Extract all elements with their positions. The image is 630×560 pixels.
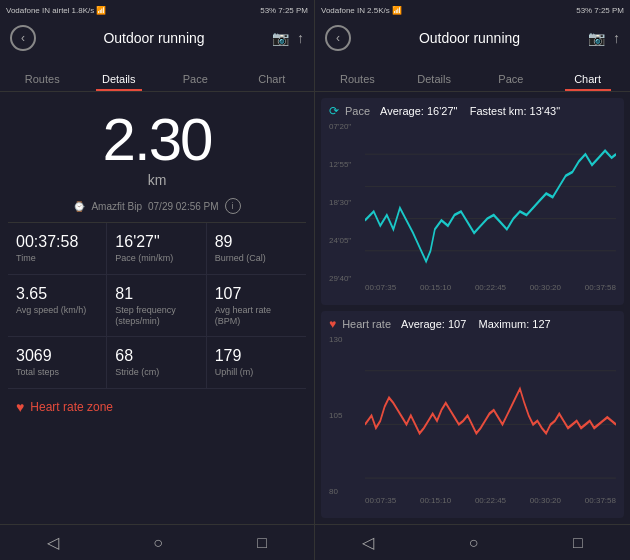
right-status-right: 53% 7:25 PM (576, 6, 624, 15)
stat-pace: 16'27" Pace (min/km) (107, 223, 206, 275)
speed-left: 1.8K/s (72, 6, 95, 15)
hr-chart-stats: Average: 107 Maximum: 127 (401, 318, 551, 330)
stat-total-steps-value: 3069 (16, 347, 98, 365)
tab-details-right[interactable]: Details (396, 65, 473, 91)
device-info: ⌚ Amazfit Bip 07/29 02:56 PM i (8, 198, 306, 214)
hr-x-2: 00:15:10 (420, 496, 451, 512)
right-bottom-nav: ◁ ○ □ (315, 524, 630, 560)
nav-home-left[interactable]: ○ (137, 530, 179, 556)
nav-recent-left[interactable]: □ (241, 530, 283, 556)
tab-pace-left[interactable]: Pace (157, 65, 234, 91)
stat-total-steps: 3069 Total steps (8, 337, 107, 389)
back-button-left[interactable]: ‹ (10, 25, 36, 51)
device-name: Amazfit Bip (91, 201, 142, 212)
pace-chart-svg (365, 122, 616, 283)
hr-x-1: 00:07:35 (365, 496, 396, 512)
stats-grid: 00:37:58 Time 16'27" Pace (min/km) 89 Bu… (8, 222, 306, 389)
battery-left: 53% (260, 6, 276, 15)
stat-stride: 68 Stride (cm) (107, 337, 206, 389)
pace-x-3: 00:22:45 (475, 283, 506, 299)
hr-chart-area: 130 105 80 00:07:35 00:1 (329, 335, 616, 512)
hr-icon: ♥ (329, 317, 336, 331)
pace-y-1: 07'20" (329, 122, 365, 131)
back-button-right[interactable]: ‹ (325, 25, 351, 51)
stat-pace-label: Pace (min/km) (115, 253, 197, 264)
camera-icon-right[interactable]: 📷 (588, 30, 605, 46)
tab-routes-right[interactable]: Routes (319, 65, 396, 91)
stat-burned-value: 89 (215, 233, 298, 251)
right-header-icons: 📷 ↑ (588, 30, 620, 46)
heart-zone[interactable]: ♥ Heart rate zone (8, 389, 306, 425)
speed-right: 2.5K/s (367, 6, 390, 15)
right-tabs: Routes Details Pace Chart (315, 56, 630, 92)
stat-step-freq-value: 81 (115, 285, 197, 303)
pace-chart-avg: Average: 16'27" Fastest km: 13'43" (380, 105, 560, 117)
tab-routes-left[interactable]: Routes (4, 65, 81, 91)
left-header: ‹ Outdoor running 📷 ↑ (0, 20, 314, 56)
share-icon-left[interactable]: ↑ (297, 30, 304, 46)
pace-chart-section: ⟳ Pace Average: 16'27" Fastest km: 13'43… (321, 98, 624, 305)
pace-x-1: 00:07:35 (365, 283, 396, 299)
hr-chart-header: ♥ Heart rate Average: 107 Maximum: 127 (329, 317, 616, 331)
left-tabs: Routes Details Pace Chart (0, 56, 314, 92)
pace-chart-title: Pace (345, 105, 370, 117)
hr-x-4: 00:30:20 (530, 496, 561, 512)
stat-time-label: Time (16, 253, 98, 264)
hr-x-3: 00:22:45 (475, 496, 506, 512)
hr-chart-title: Heart rate (342, 318, 391, 330)
tab-chart-left[interactable]: Chart (234, 65, 311, 91)
left-header-icons: 📷 ↑ (272, 30, 304, 46)
watch-icon: ⌚ (73, 201, 85, 212)
right-panel: Vodafone IN 2.5K/s 📶 53% 7:25 PM ‹ Outdo… (315, 0, 630, 560)
pace-y-2: 12'55" (329, 160, 365, 169)
pace-y-5: 29'40" (329, 274, 365, 283)
pace-x-labels: 00:07:35 00:15:10 00:22:45 00:30:20 00:3… (365, 283, 616, 299)
pace-icon: ⟳ (329, 104, 339, 118)
carrier-right: Vodafone IN (321, 6, 365, 15)
stat-uphill-value: 179 (215, 347, 298, 365)
status-right-left: 53% 7:25 PM (260, 6, 308, 15)
right-status-bar: Vodafone IN 2.5K/s 📶 53% 7:25 PM (315, 0, 630, 20)
tab-pace-right[interactable]: Pace (473, 65, 550, 91)
pace-chart-header: ⟳ Pace Average: 16'27" Fastest km: 13'43… (329, 104, 616, 118)
info-icon[interactable]: i (225, 198, 241, 214)
stat-avg-hr-value: 107 (215, 285, 298, 303)
nav-recent-right[interactable]: □ (557, 530, 599, 556)
device-date: 07/29 02:56 PM (148, 201, 219, 212)
share-icon-right[interactable]: ↑ (613, 30, 620, 46)
time-right: 7:25 PM (594, 6, 624, 15)
tab-details-left[interactable]: Details (81, 65, 158, 91)
pace-x-4: 00:30:20 (530, 283, 561, 299)
left-bottom-nav: ◁ ○ □ (0, 524, 314, 560)
right-status-left: Vodafone IN 2.5K/s 📶 (321, 6, 402, 15)
pace-chart-svg-wrap (365, 122, 616, 283)
left-header-title: Outdoor running (36, 30, 272, 46)
time-left: 7:25 PM (278, 6, 308, 15)
stat-time-value: 00:37:58 (16, 233, 98, 251)
left-panel: Vodafone IN airtel 1.8K/s 📶 53% 7:25 PM … (0, 0, 315, 560)
camera-icon-left[interactable]: 📷 (272, 30, 289, 46)
left-status-bar: Vodafone IN airtel 1.8K/s 📶 53% 7:25 PM (0, 0, 314, 20)
battery-right: 53% (576, 6, 592, 15)
status-left: Vodafone IN airtel 1.8K/s 📶 (6, 6, 106, 15)
pace-x-5: 00:37:58 (585, 283, 616, 299)
stat-step-freq-label: Step frequency (steps/min) (115, 305, 197, 327)
distance-value: 2.30 (8, 110, 306, 170)
nav-home-right[interactable]: ○ (453, 530, 495, 556)
stat-stride-value: 68 (115, 347, 197, 365)
stat-step-freq: 81 Step frequency (steps/min) (107, 275, 206, 338)
hr-y-1: 130 (329, 335, 365, 344)
tab-chart-right[interactable]: Chart (549, 65, 626, 91)
right-main: ⟳ Pace Average: 16'27" Fastest km: 13'43… (315, 92, 630, 524)
stat-burned: 89 Burned (Cal) (207, 223, 306, 275)
heart-zone-label: Heart rate zone (30, 400, 113, 414)
nav-back-left[interactable]: ◁ (31, 529, 75, 556)
nav-back-right[interactable]: ◁ (346, 529, 390, 556)
left-main: 2.30 km ⌚ Amazfit Bip 07/29 02:56 PM i 0… (0, 92, 314, 524)
stat-total-steps-label: Total steps (16, 367, 98, 378)
hr-x-5: 00:37:58 (585, 496, 616, 512)
stat-avg-hr: 107 Avg heart rate (BPM) (207, 275, 306, 338)
hr-y-3: 80 (329, 487, 365, 496)
stat-avg-speed-label: Avg speed (km/h) (16, 305, 98, 316)
stat-pace-value: 16'27" (115, 233, 197, 251)
